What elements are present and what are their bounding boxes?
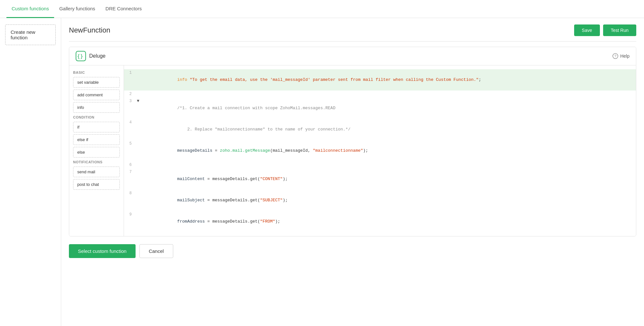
top-nav: Custom functions Gallery functions DRE C… xyxy=(0,0,644,18)
editor-panel: {} Deluge ? Help BASIC set variabl xyxy=(69,47,636,236)
block-post-to-chat[interactable]: post to chat xyxy=(73,179,120,190)
line-num-1: 1 xyxy=(124,69,137,76)
tab-gallery-functions[interactable]: Gallery functions xyxy=(54,0,100,18)
code-line-3: 3 ▼ /*1. Create a mail connection with s… xyxy=(124,98,636,119)
tab-custom-functions[interactable]: Custom functions xyxy=(6,0,54,18)
block-else[interactable]: else xyxy=(73,147,120,158)
deluge-brand-label: Deluge xyxy=(89,53,106,59)
line-content-9: fromAddress = messageDetails.get("FROM")… xyxy=(142,211,636,232)
help-label: Help xyxy=(620,53,630,59)
section-basic-label: BASIC xyxy=(73,71,120,74)
line-arrow-3: ▼ xyxy=(137,98,142,105)
section-condition-label: CONDITION xyxy=(73,115,120,119)
line-num-3: 3 xyxy=(124,98,137,105)
svg-text:?: ? xyxy=(614,54,616,58)
header-divider xyxy=(69,41,636,42)
test-run-button[interactable]: Test Run xyxy=(603,24,636,36)
line-content-5: messageDetails = zoho.mail.getMessage(ma… xyxy=(142,140,636,161)
code-line-7: 7 mailContent = messageDetails.get("CONT… xyxy=(124,168,636,190)
editor-body: BASIC set variable add comment info COND… xyxy=(69,65,636,236)
line-num-9: 9 xyxy=(124,211,137,218)
block-send-mail[interactable]: send mail xyxy=(73,167,120,177)
code-line-2: 2 xyxy=(124,91,636,98)
line-num-2: 2 xyxy=(124,91,137,98)
code-line-6: 6 xyxy=(124,161,636,168)
sidebar: Create new function xyxy=(0,18,61,326)
help-icon: ? xyxy=(612,53,618,59)
code-line-9: 9 fromAddress = messageDetails.get("FROM… xyxy=(124,211,636,232)
code-line-5: 5 messageDetails = zoho.mail.getMessage(… xyxy=(124,140,636,161)
code-line-4: 4 2. Replace "mailconnectionname" to the… xyxy=(124,119,636,140)
line-num-4: 4 xyxy=(124,119,137,126)
editor-blocks-sidebar: BASIC set variable add comment info COND… xyxy=(69,65,124,236)
create-new-function-button[interactable]: Create new function xyxy=(5,24,56,45)
line-num-5: 5 xyxy=(124,140,137,147)
deluge-icon: {} xyxy=(76,51,86,61)
function-name-input[interactable] xyxy=(69,26,574,34)
line-content-7: mailContent = messageDetails.get("CONTEN… xyxy=(142,168,636,190)
block-info[interactable]: info xyxy=(73,102,120,113)
main-layout: Create new function Save Test Run {} xyxy=(0,18,644,326)
block-set-variable[interactable]: set variable xyxy=(73,77,120,88)
block-else-if[interactable]: else if xyxy=(73,134,120,145)
block-if[interactable]: if xyxy=(73,122,120,132)
code-line-8: 8 mailSubject = messageDetails.get("SUBJ… xyxy=(124,190,636,211)
select-custom-function-button[interactable]: Select custom function xyxy=(69,244,136,258)
bottom-actions: Select custom function Cancel xyxy=(69,244,636,264)
deluge-brand: {} Deluge xyxy=(76,51,106,61)
save-button[interactable]: Save xyxy=(574,24,600,36)
line-content-4: 2. Replace "mailconnectionname" to the n… xyxy=(142,119,636,140)
header-buttons: Save Test Run xyxy=(574,24,636,36)
line-content-1: info "To get the email data, use the 'ma… xyxy=(142,69,636,91)
line-num-8: 8 xyxy=(124,190,137,197)
editor-panel-header: {} Deluge ? Help xyxy=(69,47,636,65)
function-header: Save Test Run xyxy=(69,24,636,36)
line-num-6: 6 xyxy=(124,161,137,168)
block-add-comment[interactable]: add comment xyxy=(73,90,120,100)
line-content-3: /*1. Create a mail connection with scope… xyxy=(142,98,636,119)
cancel-button[interactable]: Cancel xyxy=(139,244,173,258)
line-content-8: mailSubject = messageDetails.get("SUBJEC… xyxy=(142,190,636,211)
code-editor[interactable]: 1 info "To get the email data, use the '… xyxy=(124,65,636,236)
content-area: Save Test Run {} Deluge xyxy=(61,18,644,326)
code-line-1: 1 info "To get the email data, use the '… xyxy=(124,69,636,91)
section-notifications-label: NOTIFICATIONS xyxy=(73,160,120,164)
line-num-7: 7 xyxy=(124,168,137,176)
tab-dre-connectors[interactable]: DRE Connectors xyxy=(100,0,147,18)
help-link[interactable]: ? Help xyxy=(612,53,630,59)
svg-text:{}: {} xyxy=(77,53,83,59)
